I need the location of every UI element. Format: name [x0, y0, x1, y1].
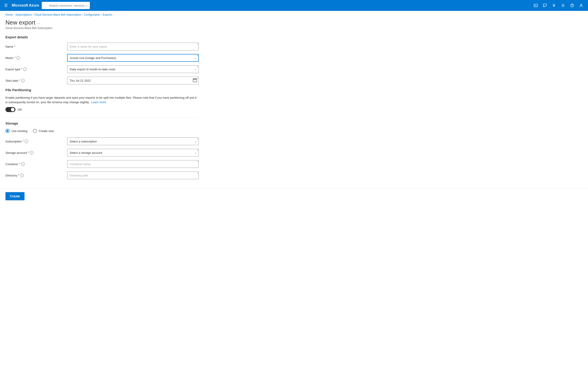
- search-wrap: ⚲: [42, 2, 178, 9]
- partitioning-description: Enable partitioning if you have larger d…: [5, 95, 199, 104]
- breadcrumb-configuration[interactable]: Configuration: [84, 13, 100, 16]
- metric-required: *: [14, 56, 15, 59]
- breadcrumb-sep-2: ›: [82, 13, 83, 16]
- create-button[interactable]: Create: [5, 192, 24, 200]
- storage-account-required: *: [28, 151, 29, 154]
- container-input[interactable]: [67, 160, 199, 168]
- create-new-option[interactable]: Create new: [33, 129, 54, 133]
- subscription-select-wrap: Select a subscription ⌄ *: [67, 137, 199, 145]
- name-required: *: [14, 45, 15, 48]
- name-input-wrap: *: [67, 43, 199, 50]
- directory-input-wrap: *: [67, 172, 199, 179]
- top-navigation: ☰ Microsoft Azure ⚲: [0, 0, 588, 11]
- export-type-row: Export type * i Daily export of month-to…: [5, 65, 199, 73]
- help-icon-button[interactable]: [568, 1, 576, 10]
- search-input[interactable]: [42, 2, 90, 9]
- svg-rect-0: [534, 4, 538, 7]
- directory-label: Directory * i: [5, 173, 64, 177]
- breadcrumb-subscriptions[interactable]: Subscriptions: [15, 13, 32, 16]
- metric-info-icon[interactable]: i: [16, 56, 20, 60]
- create-new-radio[interactable]: [33, 129, 37, 133]
- main-content: Export details Name * * Metric * i Actua…: [0, 35, 204, 188]
- export-type-info-icon[interactable]: i: [23, 67, 27, 71]
- export-details-heading: Export details: [5, 35, 199, 39]
- svg-rect-8: [193, 79, 197, 82]
- subscription-info-icon[interactable]: i: [24, 140, 28, 143]
- svg-point-6: [572, 6, 572, 6]
- storage-account-select-wrap: Select a storage account ⌄ *: [67, 149, 199, 156]
- toggle-label: Off: [18, 108, 21, 111]
- container-required: *: [19, 162, 20, 166]
- breadcrumb-subscription-name[interactable]: Cloud Services Black Belt Subscription: [34, 13, 81, 16]
- page-title-more-menu[interactable]: ...: [37, 21, 40, 25]
- metric-label: Metric * i: [5, 56, 64, 60]
- breadcrumb-sep-4: ›: [113, 13, 114, 16]
- page-footer: Create: [0, 188, 588, 204]
- start-date-label: Start date * i: [5, 79, 64, 82]
- storage-account-required-corner: *: [197, 149, 198, 152]
- notification-icon-button[interactable]: [550, 1, 558, 10]
- start-date-required-corner: *: [197, 77, 198, 80]
- page-title: New export: [5, 19, 35, 26]
- file-partitioning-heading: File Partitioning: [5, 88, 199, 92]
- export-type-select[interactable]: Daily export of month-to-date costs Mont…: [67, 65, 199, 73]
- start-date-info-icon[interactable]: i: [21, 79, 25, 82]
- use-existing-label: Use existing: [11, 129, 27, 133]
- name-label: Name *: [5, 45, 64, 48]
- subscription-required-corner: *: [197, 138, 198, 141]
- hamburger-icon[interactable]: ☰: [3, 1, 9, 9]
- storage-account-info-icon[interactable]: i: [30, 151, 33, 154]
- directory-info-icon[interactable]: i: [20, 173, 24, 177]
- page-subtitle: Cloud Services Black Belt Subscription: [5, 26, 583, 30]
- storage-account-row: Storage account * i Select a storage acc…: [5, 149, 199, 156]
- subscription-required: *: [23, 140, 24, 143]
- container-info-icon[interactable]: i: [21, 162, 25, 166]
- directory-required: *: [18, 174, 19, 177]
- nav-icons: [532, 1, 585, 10]
- start-date-required: *: [19, 79, 20, 82]
- create-new-label: Create new: [39, 129, 54, 133]
- file-partitioning-section: File Partitioning Enable partitioning if…: [5, 88, 199, 112]
- subscription-row: Subscription * i Select a subscription ⌄…: [5, 137, 199, 145]
- export-type-label: Export type * i: [5, 67, 64, 71]
- partitioning-toggle[interactable]: [5, 107, 15, 112]
- name-input[interactable]: [67, 43, 199, 50]
- metric-required-corner: *: [197, 54, 198, 57]
- start-date-wrap: *: [67, 77, 199, 84]
- directory-input[interactable]: [67, 172, 199, 179]
- container-required-corner: *: [197, 161, 198, 163]
- feedback-icon-button[interactable]: [541, 1, 549, 10]
- svg-rect-2: [543, 4, 546, 6]
- breadcrumb: Home › Subscriptions › Cloud Services Bl…: [0, 11, 588, 17]
- subscription-select[interactable]: Select a subscription: [67, 137, 199, 145]
- storage-radio-group: Use existing Create new: [5, 129, 199, 133]
- terminal-icon-button[interactable]: [532, 1, 540, 10]
- breadcrumb-home[interactable]: Home: [5, 13, 13, 16]
- use-existing-radio-inner: [7, 130, 8, 132]
- brand-name: Microsoft Azure: [12, 3, 39, 7]
- section-divider: [5, 117, 199, 118]
- directory-required-corner: *: [197, 172, 198, 175]
- directory-row: Directory * i *: [5, 172, 199, 179]
- start-date-row: Start date * i *: [5, 77, 199, 84]
- storage-section: Storage Use existing Create new Subscrip…: [5, 121, 199, 179]
- container-row: Container * i *: [5, 160, 199, 168]
- toggle-knob: [11, 108, 15, 111]
- learn-more-link[interactable]: Learn more: [91, 101, 106, 104]
- metric-row: Metric * i Actual cost (Usage and Purcha…: [5, 54, 199, 62]
- storage-account-label: Storage account * i: [5, 151, 64, 154]
- settings-icon-button[interactable]: [559, 1, 567, 10]
- export-type-select-wrap: Daily export of month-to-date costs Mont…: [67, 65, 199, 73]
- calendar-icon[interactable]: [193, 78, 197, 83]
- storage-account-select[interactable]: Select a storage account: [67, 149, 199, 156]
- use-existing-option[interactable]: Use existing: [5, 129, 27, 133]
- storage-heading: Storage: [5, 121, 199, 125]
- svg-point-7: [581, 4, 582, 5]
- export-type-required-corner: *: [197, 66, 198, 68]
- start-date-input[interactable]: [67, 77, 199, 84]
- name-row: Name * *: [5, 43, 199, 50]
- metric-select[interactable]: Actual cost (Usage and Purchases) Amorti…: [67, 54, 199, 62]
- breadcrumb-exports[interactable]: Exports: [103, 13, 112, 16]
- use-existing-radio[interactable]: [5, 129, 10, 133]
- user-icon-button[interactable]: [577, 1, 585, 10]
